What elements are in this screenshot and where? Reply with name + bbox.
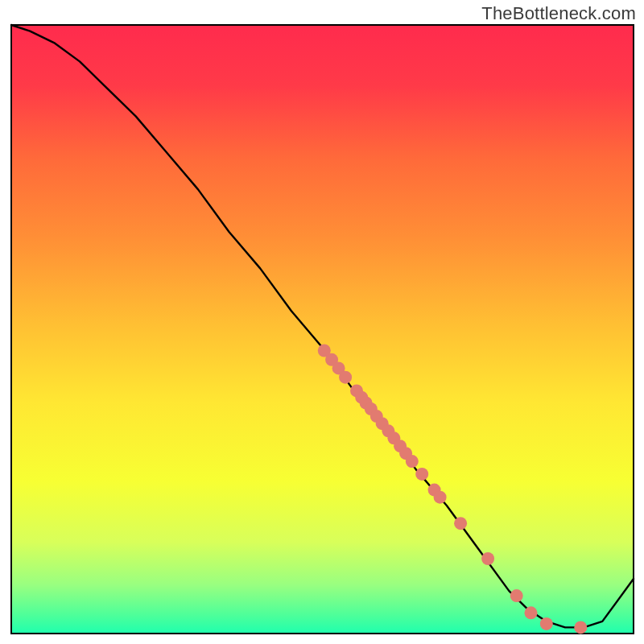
data-marker: [525, 606, 538, 619]
bottleneck-chart: [0, 0, 644, 644]
data-marker: [415, 468, 428, 481]
data-marker: [339, 371, 352, 384]
chart-container: { "watermark": "TheBottleneck.com", "gra…: [0, 0, 644, 644]
data-marker: [454, 517, 467, 530]
data-marker: [406, 455, 419, 468]
data-marker: [574, 621, 587, 634]
data-marker: [510, 589, 523, 602]
gradient-background: [11, 25, 634, 634]
watermark-text: TheBottleneck.com: [481, 3, 636, 24]
data-marker: [434, 491, 447, 504]
data-marker: [540, 617, 553, 630]
data-marker: [481, 552, 494, 565]
